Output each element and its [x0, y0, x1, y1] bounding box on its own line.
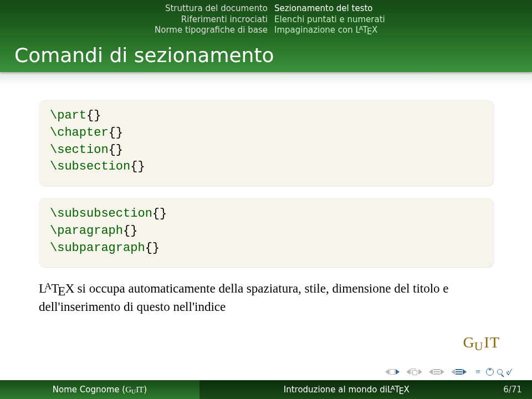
tex-command: \subparagraph	[50, 241, 145, 255]
code-block-2: \subsubsection{} \paragraph{} \subparagr…	[39, 198, 493, 267]
triangle-right-icon	[396, 369, 400, 375]
footer-title: Introduzione al mondo di LATEX	[200, 380, 493, 399]
back-findforward-icon[interactable]: ୰	[506, 366, 512, 378]
triangle-right-icon	[463, 369, 467, 375]
slide-header: Struttura del documento Riferimenti incr…	[0, 0, 532, 72]
triangle-left-icon	[451, 369, 455, 375]
nav-sections: Struttura del documento Riferimenti incr…	[0, 3, 274, 36]
frames-icon	[411, 369, 418, 376]
guit-small-logo: GUIT	[125, 385, 144, 395]
triangle-left-icon	[429, 369, 433, 375]
tex-command: \part	[50, 109, 86, 122]
subsection-icon	[433, 369, 440, 375]
nav-frame-prev-next[interactable]	[406, 369, 422, 376]
code-line: \chapter{}	[50, 125, 482, 142]
code-line: \paragraph{}	[50, 223, 482, 240]
section-icon	[456, 369, 462, 375]
code-line: \part{}	[50, 108, 482, 125]
triangle-left-icon	[406, 369, 410, 375]
triangle-left-icon	[385, 369, 389, 375]
slide-icon	[390, 369, 395, 375]
nav-section-prev-next[interactable]	[451, 369, 467, 375]
body-paragraph: LATEX si occupa automaticamente della sp…	[39, 279, 493, 316]
search-icon[interactable]	[497, 369, 503, 375]
code-line: \section{}	[50, 142, 482, 159]
tex-command: \chapter	[50, 126, 109, 140]
nav-slide-prev-next[interactable]	[385, 369, 400, 375]
appendix-icon[interactable]: ≡	[475, 367, 480, 377]
tex-command: \subsection	[50, 160, 130, 173]
beamer-nav-icons: ≡ ୰	[385, 366, 512, 378]
footer-author: Nome Cognome (GUIT)	[0, 380, 200, 399]
tex-command: \section	[50, 143, 109, 157]
nav-subsection[interactable]: Impaginazione con LATEX	[274, 25, 385, 36]
nav-subsection[interactable]: Elenchi puntati e numerati	[274, 14, 385, 25]
code-block-1: \part{} \chapter{} \section{} \subsectio…	[39, 100, 493, 186]
header-nav: Struttura del documento Riferimenti incr…	[0, 3, 532, 36]
guit-logo: GUIT	[463, 334, 500, 351]
tex-command: \paragraph	[50, 224, 123, 238]
nav-section[interactable]: Struttura del documento	[0, 3, 268, 14]
code-line: \subsection{}	[50, 158, 482, 176]
footer-page: 6/71	[493, 380, 532, 399]
nav-subsections: Sezionamento del testo Elenchi puntati e…	[274, 3, 385, 36]
tex-command: \subsubsection	[50, 207, 152, 221]
nav-section[interactable]: Riferimenti incrociati	[0, 14, 268, 25]
latex-logo: LATEX	[39, 279, 74, 298]
nav-subsection-prev-next[interactable]	[429, 369, 444, 375]
code-line: \subsubsection{}	[50, 206, 482, 223]
nav-section[interactable]: Norme tipografiche di base	[0, 25, 268, 36]
triangle-right-icon	[441, 369, 444, 375]
slide-footer: Nome Cognome (GUIT) Introduzione al mond…	[0, 380, 532, 399]
circle-arrows-icon[interactable]	[486, 368, 494, 376]
slide-content: \part{} \chapter{} \section{} \subsectio…	[39, 100, 493, 316]
slide-title: Comandi di sezionamento	[14, 44, 274, 66]
code-line: \subparagraph{}	[50, 240, 482, 257]
nav-subsection[interactable]: Sezionamento del testo	[274, 3, 385, 14]
latex-logo: LATEX	[387, 385, 409, 395]
header-reflection	[0, 72, 532, 85]
triangle-right-icon	[418, 369, 422, 375]
